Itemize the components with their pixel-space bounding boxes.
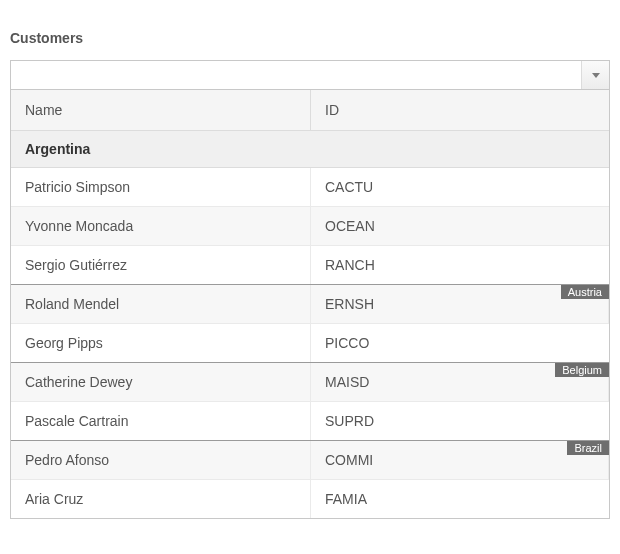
list-item[interactable]: Catherine DeweyMAISDBelgium (11, 362, 609, 402)
chevron-down-icon (592, 73, 600, 78)
cell-id: COMMI (311, 441, 609, 479)
cell-id: FAMIA (311, 480, 609, 518)
cell-id: PICCO (311, 324, 609, 362)
group-badge: Brazil (567, 441, 609, 455)
group: Pedro AfonsoCOMMIBrazilAria CruzFAMIA (11, 440, 609, 518)
cell-name: Aria Cruz (11, 480, 311, 518)
cell-name: Sergio Gutiérrez (11, 246, 311, 284)
list-item[interactable]: Yvonne MoncadaOCEAN (11, 207, 609, 246)
list-item[interactable]: Aria CruzFAMIA (11, 480, 609, 518)
combobox[interactable] (10, 60, 610, 90)
list-item[interactable]: Pascale CartrainSUPRD (11, 402, 609, 440)
group-title: Argentina (11, 131, 609, 167)
cell-name: Patricio Simpson (11, 168, 311, 206)
group-badge: Austria (561, 285, 609, 299)
cell-name: Pedro Afonso (11, 441, 311, 479)
group: Catherine DeweyMAISDBelgiumPascale Cartr… (11, 362, 609, 440)
page-title: Customers (10, 30, 610, 46)
list-item[interactable]: Georg PippsPICCO (11, 324, 609, 362)
list-item[interactable]: Roland MendelERNSHAustria (11, 284, 609, 324)
list-item[interactable]: Sergio GutiérrezRANCH (11, 246, 609, 284)
cell-name: Roland Mendel (11, 285, 311, 323)
group-header[interactable]: Argentina (11, 131, 609, 168)
cell-name: Georg Pipps (11, 324, 311, 362)
cell-name: Pascale Cartrain (11, 402, 311, 440)
table-header-id[interactable]: ID (311, 90, 609, 130)
combobox-input[interactable] (11, 61, 581, 89)
cell-id: SUPRD (311, 402, 609, 440)
table-header-row: Name ID (11, 90, 609, 131)
cell-name: Yvonne Moncada (11, 207, 311, 245)
list-item[interactable]: Pedro AfonsoCOMMIBrazil (11, 440, 609, 480)
dropdown-body[interactable]: ArgentinaPatricio SimpsonCACTUYvonne Mon… (11, 131, 609, 518)
cell-name: Catherine Dewey (11, 363, 311, 401)
group: Roland MendelERNSHAustriaGeorg PippsPICC… (11, 284, 609, 362)
combobox-dropdown: Name ID ArgentinaPatricio SimpsonCACTUYv… (10, 90, 610, 519)
group: ArgentinaPatricio SimpsonCACTUYvonne Mon… (11, 131, 609, 284)
combobox-toggle-button[interactable] (581, 61, 609, 89)
list-item[interactable]: Patricio SimpsonCACTU (11, 168, 609, 207)
cell-id: RANCH (311, 246, 609, 284)
cell-id: CACTU (311, 168, 609, 206)
cell-id: OCEAN (311, 207, 609, 245)
table-header-name[interactable]: Name (11, 90, 311, 130)
group-badge: Belgium (555, 363, 609, 377)
